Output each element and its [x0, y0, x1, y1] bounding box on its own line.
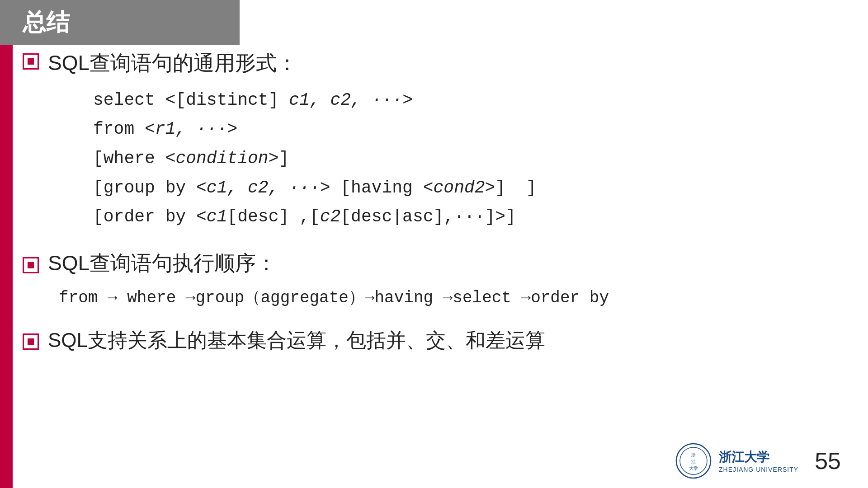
zju-logo: 浙 江 大学 [675, 443, 712, 479]
exec-order-line: from → where →group（aggregate）→having →s… [59, 286, 845, 308]
sql-line-1: select <[distinct] c1, c2, ···> [93, 86, 537, 115]
title-bar: 总结 [0, 0, 240, 45]
svg-text:江: 江 [691, 459, 696, 464]
main-content: SQL查询语句的通用形式： select <[distinct] c1, c2,… [23, 50, 845, 452]
page-number: 55 [815, 447, 841, 474]
sql-line-5: [order by <c1[desc] ,[c2[desc|asc],···]>… [93, 202, 537, 232]
slide-title: 总结 [23, 7, 70, 38]
university-name: 浙江大学 ZHEJIANG UNIVERSITY [719, 449, 798, 473]
footer: 浙 江 大学 浙江大学 ZHEJIANG UNIVERSITY 55 [675, 443, 841, 479]
svg-text:大学: 大学 [689, 466, 698, 471]
bullet-icon-3 [23, 333, 39, 350]
section2-item: SQL查询语句执行顺序： [23, 250, 845, 277]
section1-label: SQL查询语句的通用形式： [48, 50, 537, 77]
svg-text:浙: 浙 [691, 452, 696, 457]
bullet-icon-2 [23, 257, 39, 273]
sql-line-2: from <r1, ···> [93, 115, 537, 144]
sql-line-4: [group by <c1, c2, ···> [having <cond2>]… [93, 174, 537, 203]
section3-item: SQL支持关系上的基本集合运算，包括并、交、和差运算 [23, 326, 845, 354]
section3-label: SQL支持关系上的基本集合运算，包括并、交、和差运算 [48, 326, 545, 354]
university-en: ZHEJIANG UNIVERSITY [719, 466, 798, 473]
sql-block: select <[distinct] c1, c2, ···> from <r1… [93, 86, 537, 232]
section1-item: SQL查询语句的通用形式： select <[distinct] c1, c2,… [23, 50, 845, 241]
sql-line-3: [where <condition>] [93, 144, 537, 174]
section2-label: SQL查询语句执行顺序： [48, 250, 277, 277]
university-cn: 浙江大学 [719, 449, 769, 466]
bullet-icon-1 [23, 53, 39, 70]
left-accent-bar [0, 0, 13, 488]
